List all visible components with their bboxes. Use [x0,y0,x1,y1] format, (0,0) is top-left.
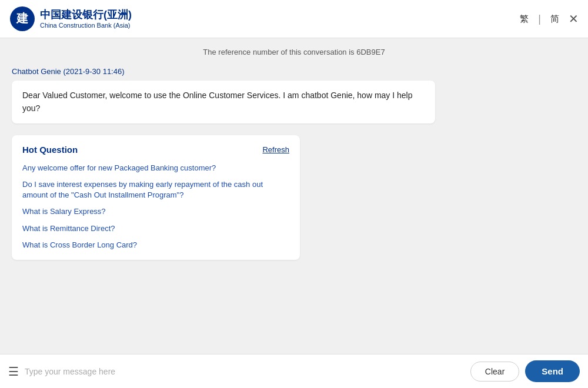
welcome-message-bubble: Dear Valued Customer, welcome to use the… [12,81,435,123]
chat-container: The reference number of this conversatio… [0,38,588,354]
hot-question-links: Any welcome offer for new Packaged Banki… [22,163,289,250]
hot-question-link-1[interactable]: Any welcome offer for new Packaged Banki… [22,163,289,173]
logo-cn-text: 中国建设银行(亚洲) [40,9,132,22]
reference-bar: The reference number of this conversatio… [12,48,576,56]
svg-text:建: 建 [16,12,28,25]
lang-divider: | [538,13,541,25]
reference-text: The reference number of this conversatio… [203,48,385,56]
menu-icon[interactable]: ☰ [8,364,19,379]
hot-question-header: Hot Question Refresh [22,145,289,155]
lang-simplified-button[interactable]: 简 [548,12,562,26]
logo-en-text: China Construction Bank (Asia) [40,22,132,29]
clear-button[interactable]: Clear [470,362,519,382]
lang-traditional-button[interactable]: 繁 [517,12,531,26]
sender-label: Chatbot Genie (2021-9-30 11:46) [12,67,576,76]
ccb-logo-icon: 建 [9,6,35,32]
welcome-message-text: Dear Valued Customer, welcome to use the… [22,91,413,113]
hot-question-link-4[interactable]: What is Remittance Direct? [22,223,289,234]
hot-question-link-5[interactable]: What is Cross Border Long Card? [22,240,289,250]
input-area: ☰ Clear Send [0,354,588,388]
header-right: 繁 | 简 ✕ [517,12,579,26]
send-button[interactable]: Send [525,360,580,382]
hot-question-link-3[interactable]: What is Salary Express? [22,206,289,217]
close-button[interactable]: ✕ [569,13,579,25]
hot-question-title: Hot Question [22,145,78,155]
logo-text: 中国建设银行(亚洲) China Construction Bank (Asia… [40,9,132,29]
logo-area: 建 中国建设银行(亚洲) China Construction Bank (As… [9,6,132,32]
header: 建 中国建设银行(亚洲) China Construction Bank (As… [0,0,588,38]
hot-question-link-2[interactable]: Do I save interest expenses by making ea… [22,179,289,200]
message-input[interactable] [25,367,465,376]
hot-question-card: Hot Question Refresh Any welcome offer f… [12,135,300,260]
refresh-button[interactable]: Refresh [262,145,289,154]
